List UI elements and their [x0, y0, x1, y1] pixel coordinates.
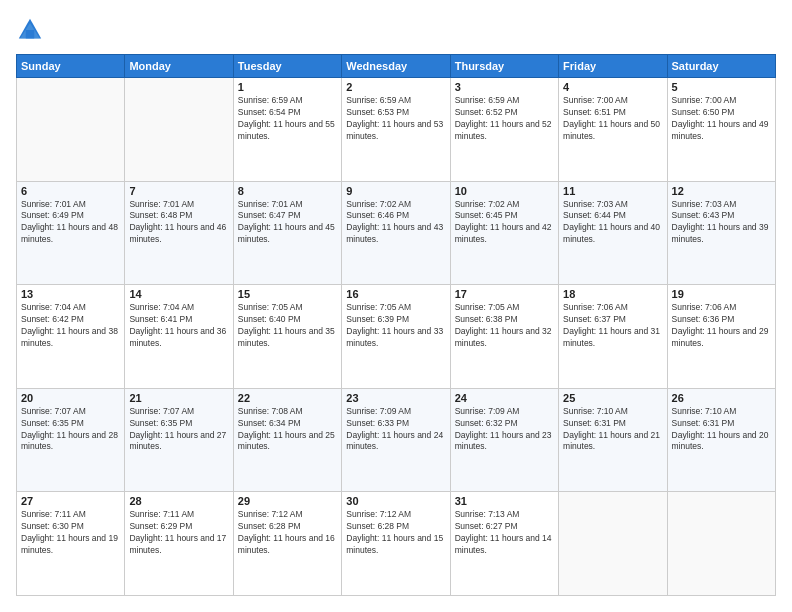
day-number: 26: [672, 392, 771, 404]
calendar-cell: 27Sunrise: 7:11 AMSunset: 6:30 PMDayligh…: [17, 492, 125, 596]
calendar-cell: 19Sunrise: 7:06 AMSunset: 6:36 PMDayligh…: [667, 285, 775, 389]
calendar-cell: 23Sunrise: 7:09 AMSunset: 6:33 PMDayligh…: [342, 388, 450, 492]
day-info: Sunrise: 7:05 AMSunset: 6:39 PMDaylight:…: [346, 302, 445, 350]
day-info: Sunrise: 7:11 AMSunset: 6:30 PMDaylight:…: [21, 509, 120, 557]
day-number: 17: [455, 288, 554, 300]
day-number: 31: [455, 495, 554, 507]
calendar-cell: 8Sunrise: 7:01 AMSunset: 6:47 PMDaylight…: [233, 181, 341, 285]
day-info: Sunrise: 7:04 AMSunset: 6:42 PMDaylight:…: [21, 302, 120, 350]
day-number: 27: [21, 495, 120, 507]
day-number: 14: [129, 288, 228, 300]
calendar-cell: 30Sunrise: 7:12 AMSunset: 6:28 PMDayligh…: [342, 492, 450, 596]
calendar-cell: 15Sunrise: 7:05 AMSunset: 6:40 PMDayligh…: [233, 285, 341, 389]
calendar-cell: 14Sunrise: 7:04 AMSunset: 6:41 PMDayligh…: [125, 285, 233, 389]
header-wednesday: Wednesday: [342, 55, 450, 78]
day-number: 25: [563, 392, 662, 404]
day-info: Sunrise: 7:12 AMSunset: 6:28 PMDaylight:…: [346, 509, 445, 557]
day-number: 13: [21, 288, 120, 300]
day-info: Sunrise: 7:01 AMSunset: 6:47 PMDaylight:…: [238, 199, 337, 247]
calendar-cell: 31Sunrise: 7:13 AMSunset: 6:27 PMDayligh…: [450, 492, 558, 596]
day-info: Sunrise: 7:02 AMSunset: 6:45 PMDaylight:…: [455, 199, 554, 247]
day-info: Sunrise: 7:06 AMSunset: 6:36 PMDaylight:…: [672, 302, 771, 350]
day-info: Sunrise: 7:01 AMSunset: 6:49 PMDaylight:…: [21, 199, 120, 247]
day-info: Sunrise: 7:06 AMSunset: 6:37 PMDaylight:…: [563, 302, 662, 350]
calendar-cell: [559, 492, 667, 596]
calendar-cell: 26Sunrise: 7:10 AMSunset: 6:31 PMDayligh…: [667, 388, 775, 492]
day-info: Sunrise: 6:59 AMSunset: 6:52 PMDaylight:…: [455, 95, 554, 143]
day-info: Sunrise: 7:01 AMSunset: 6:48 PMDaylight:…: [129, 199, 228, 247]
day-info: Sunrise: 7:00 AMSunset: 6:51 PMDaylight:…: [563, 95, 662, 143]
week-row-4: 20Sunrise: 7:07 AMSunset: 6:35 PMDayligh…: [17, 388, 776, 492]
calendar-cell: 16Sunrise: 7:05 AMSunset: 6:39 PMDayligh…: [342, 285, 450, 389]
page: Sunday Monday Tuesday Wednesday Thursday…: [0, 0, 792, 612]
week-row-2: 6Sunrise: 7:01 AMSunset: 6:49 PMDaylight…: [17, 181, 776, 285]
header: [16, 16, 776, 44]
calendar-cell: 12Sunrise: 7:03 AMSunset: 6:43 PMDayligh…: [667, 181, 775, 285]
header-tuesday: Tuesday: [233, 55, 341, 78]
header-thursday: Thursday: [450, 55, 558, 78]
day-number: 28: [129, 495, 228, 507]
day-number: 9: [346, 185, 445, 197]
day-number: 4: [563, 81, 662, 93]
calendar-cell: 24Sunrise: 7:09 AMSunset: 6:32 PMDayligh…: [450, 388, 558, 492]
day-info: Sunrise: 7:05 AMSunset: 6:38 PMDaylight:…: [455, 302, 554, 350]
day-number: 16: [346, 288, 445, 300]
calendar-cell: 10Sunrise: 7:02 AMSunset: 6:45 PMDayligh…: [450, 181, 558, 285]
day-number: 19: [672, 288, 771, 300]
calendar-cell: [667, 492, 775, 596]
day-info: Sunrise: 7:07 AMSunset: 6:35 PMDaylight:…: [21, 406, 120, 454]
calendar-cell: 11Sunrise: 7:03 AMSunset: 6:44 PMDayligh…: [559, 181, 667, 285]
day-number: 5: [672, 81, 771, 93]
day-info: Sunrise: 6:59 AMSunset: 6:54 PMDaylight:…: [238, 95, 337, 143]
calendar-cell: 5Sunrise: 7:00 AMSunset: 6:50 PMDaylight…: [667, 78, 775, 182]
calendar-cell: 22Sunrise: 7:08 AMSunset: 6:34 PMDayligh…: [233, 388, 341, 492]
day-number: 6: [21, 185, 120, 197]
day-info: Sunrise: 7:05 AMSunset: 6:40 PMDaylight:…: [238, 302, 337, 350]
calendar-cell: 4Sunrise: 7:00 AMSunset: 6:51 PMDaylight…: [559, 78, 667, 182]
calendar-cell: [125, 78, 233, 182]
calendar-cell: 20Sunrise: 7:07 AMSunset: 6:35 PMDayligh…: [17, 388, 125, 492]
calendar-table: Sunday Monday Tuesday Wednesday Thursday…: [16, 54, 776, 596]
day-info: Sunrise: 7:00 AMSunset: 6:50 PMDaylight:…: [672, 95, 771, 143]
day-info: Sunrise: 7:08 AMSunset: 6:34 PMDaylight:…: [238, 406, 337, 454]
week-row-3: 13Sunrise: 7:04 AMSunset: 6:42 PMDayligh…: [17, 285, 776, 389]
day-info: Sunrise: 6:59 AMSunset: 6:53 PMDaylight:…: [346, 95, 445, 143]
day-info: Sunrise: 7:12 AMSunset: 6:28 PMDaylight:…: [238, 509, 337, 557]
day-info: Sunrise: 7:10 AMSunset: 6:31 PMDaylight:…: [563, 406, 662, 454]
calendar-cell: 1Sunrise: 6:59 AMSunset: 6:54 PMDaylight…: [233, 78, 341, 182]
day-number: 30: [346, 495, 445, 507]
day-number: 23: [346, 392, 445, 404]
calendar-cell: 17Sunrise: 7:05 AMSunset: 6:38 PMDayligh…: [450, 285, 558, 389]
day-info: Sunrise: 7:13 AMSunset: 6:27 PMDaylight:…: [455, 509, 554, 557]
day-number: 18: [563, 288, 662, 300]
logo: [16, 16, 48, 44]
day-number: 3: [455, 81, 554, 93]
day-number: 7: [129, 185, 228, 197]
day-number: 11: [563, 185, 662, 197]
calendar-cell: 18Sunrise: 7:06 AMSunset: 6:37 PMDayligh…: [559, 285, 667, 389]
day-info: Sunrise: 7:09 AMSunset: 6:32 PMDaylight:…: [455, 406, 554, 454]
day-info: Sunrise: 7:03 AMSunset: 6:43 PMDaylight:…: [672, 199, 771, 247]
day-info: Sunrise: 7:10 AMSunset: 6:31 PMDaylight:…: [672, 406, 771, 454]
day-number: 29: [238, 495, 337, 507]
calendar-cell: [17, 78, 125, 182]
weekday-header-row: Sunday Monday Tuesday Wednesday Thursday…: [17, 55, 776, 78]
calendar-cell: 13Sunrise: 7:04 AMSunset: 6:42 PMDayligh…: [17, 285, 125, 389]
day-number: 20: [21, 392, 120, 404]
calendar-cell: 2Sunrise: 6:59 AMSunset: 6:53 PMDaylight…: [342, 78, 450, 182]
calendar-cell: 9Sunrise: 7:02 AMSunset: 6:46 PMDaylight…: [342, 181, 450, 285]
day-number: 22: [238, 392, 337, 404]
day-number: 1: [238, 81, 337, 93]
day-info: Sunrise: 7:04 AMSunset: 6:41 PMDaylight:…: [129, 302, 228, 350]
day-info: Sunrise: 7:09 AMSunset: 6:33 PMDaylight:…: [346, 406, 445, 454]
day-info: Sunrise: 7:11 AMSunset: 6:29 PMDaylight:…: [129, 509, 228, 557]
day-info: Sunrise: 7:02 AMSunset: 6:46 PMDaylight:…: [346, 199, 445, 247]
calendar-cell: 28Sunrise: 7:11 AMSunset: 6:29 PMDayligh…: [125, 492, 233, 596]
day-number: 24: [455, 392, 554, 404]
logo-icon: [16, 16, 44, 44]
week-row-1: 1Sunrise: 6:59 AMSunset: 6:54 PMDaylight…: [17, 78, 776, 182]
calendar-cell: 21Sunrise: 7:07 AMSunset: 6:35 PMDayligh…: [125, 388, 233, 492]
calendar-cell: 7Sunrise: 7:01 AMSunset: 6:48 PMDaylight…: [125, 181, 233, 285]
header-friday: Friday: [559, 55, 667, 78]
calendar-cell: 29Sunrise: 7:12 AMSunset: 6:28 PMDayligh…: [233, 492, 341, 596]
